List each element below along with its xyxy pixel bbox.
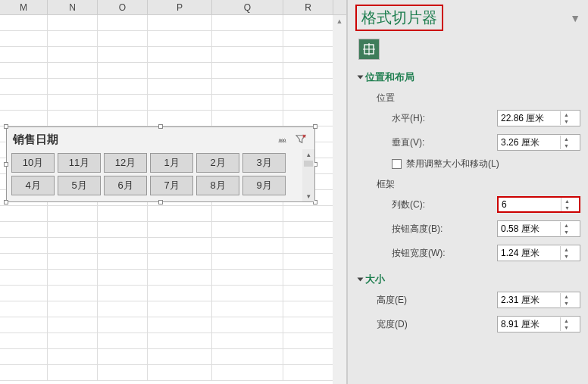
col-header[interactable]: R bbox=[283, 0, 333, 14]
btn-width-value[interactable] bbox=[498, 248, 560, 258]
field-label: 水平(H): bbox=[392, 112, 497, 125]
resize-handle[interactable] bbox=[4, 124, 8, 129]
sheet-scrollbar[interactable]: ▲ bbox=[333, 15, 346, 384]
columns-input[interactable]: ▲▼ bbox=[497, 196, 580, 213]
field-vertical: 垂直(V): ▲▼ bbox=[392, 132, 580, 153]
spinner[interactable]: ▲▼ bbox=[560, 136, 572, 149]
spinner[interactable]: ▲▼ bbox=[560, 293, 572, 307]
field-height: 高度(E) ▲▼ bbox=[377, 289, 580, 311]
slicer-item[interactable]: 8月 bbox=[196, 176, 239, 195]
btn-height-input[interactable]: ▲▼ bbox=[497, 220, 580, 237]
slicer-item[interactable]: 5月 bbox=[58, 176, 101, 195]
slicer-item[interactable]: 3月 bbox=[242, 153, 286, 173]
width-input[interactable]: ▲▼ bbox=[497, 316, 580, 332]
slicer-scrollbar[interactable]: ▴ ▾ bbox=[302, 149, 314, 201]
slicer-object[interactable]: 销售日期 ⅏ 10月 11月 12月 1月 2月 3月 4月 5月 6月 7月 … bbox=[6, 126, 315, 202]
slicer-item[interactable]: 2月 bbox=[196, 153, 239, 173]
col-header[interactable]: O bbox=[98, 0, 148, 14]
pane-menu-icon[interactable]: ▼ bbox=[570, 12, 580, 24]
slicer-item[interactable]: 7月 bbox=[150, 176, 193, 195]
section-label: 位置和布局 bbox=[365, 70, 414, 84]
slicer-body: 10月 11月 12月 1月 2月 3月 4月 5月 6月 7月 8月 9月 bbox=[7, 150, 314, 201]
slicer-item[interactable]: 6月 bbox=[104, 176, 147, 195]
field-columns: 列数(C): ▲▼ bbox=[392, 194, 580, 215]
field-label: 列数(C): bbox=[392, 198, 497, 211]
field-label: 宽度(D) bbox=[377, 318, 497, 331]
spreadsheet-area: M N O P Q R ▲ bbox=[0, 0, 347, 384]
clear-filter-icon[interactable] bbox=[293, 132, 308, 147]
resize-handle[interactable] bbox=[158, 124, 163, 129]
resize-handle[interactable] bbox=[158, 200, 163, 204]
pane-title: 格式切片器 bbox=[355, 5, 443, 31]
col-header[interactable]: N bbox=[48, 0, 98, 14]
size-properties-icon[interactable] bbox=[358, 39, 380, 60]
scroll-thumb[interactable] bbox=[304, 161, 313, 167]
slicer-item[interactable]: 1月 bbox=[150, 153, 193, 173]
group-position-label: 位置 bbox=[377, 92, 580, 105]
field-width: 宽度(D) ▲▼ bbox=[377, 314, 580, 335]
col-header[interactable]: Q bbox=[212, 0, 283, 14]
column-headers: M N O P Q R bbox=[0, 0, 346, 15]
slicer-item[interactable]: 4月 bbox=[11, 176, 55, 195]
vertical-value[interactable] bbox=[498, 137, 560, 148]
field-label: 按钮高度(B): bbox=[392, 223, 497, 236]
vertical-input[interactable]: ▲▼ bbox=[497, 134, 580, 151]
col-header[interactable]: P bbox=[148, 0, 212, 14]
field-btn-width: 按钮宽度(W): ▲▼ bbox=[392, 242, 580, 264]
spinner[interactable]: ▲▼ bbox=[561, 198, 573, 211]
btn-height-value[interactable] bbox=[498, 223, 560, 234]
resize-handle[interactable] bbox=[313, 124, 317, 129]
slicer-item[interactable]: 9月 bbox=[242, 176, 286, 195]
scroll-down-icon[interactable]: ▾ bbox=[303, 191, 314, 201]
spinner[interactable]: ▲▼ bbox=[560, 222, 572, 236]
height-value[interactable] bbox=[498, 295, 560, 305]
field-horizontal: 水平(H): ▲▼ bbox=[392, 108, 580, 129]
field-label: 按钮宽度(W): bbox=[392, 247, 497, 260]
slicer-item[interactable]: 11月 bbox=[58, 153, 101, 173]
section-size[interactable]: 大小 bbox=[358, 273, 580, 286]
columns-value[interactable] bbox=[499, 199, 561, 210]
spinner[interactable]: ▲▼ bbox=[560, 246, 572, 260]
scroll-up-icon[interactable]: ▴ bbox=[303, 149, 314, 160]
btn-width-input[interactable]: ▲▼ bbox=[497, 245, 580, 261]
multiselect-icon[interactable]: ⅏ bbox=[275, 132, 290, 147]
scroll-up-icon[interactable]: ▲ bbox=[333, 15, 346, 27]
field-label: 垂直(V): bbox=[392, 136, 497, 149]
section-position-layout[interactable]: 位置和布局 bbox=[358, 70, 580, 84]
format-pane: 格式切片器 ▼ 位置和布局 位置 水平(H): ▲▼ 垂直(V): ▲▼ bbox=[347, 0, 588, 384]
slicer-title: 销售日期 bbox=[13, 133, 272, 147]
spinner[interactable]: ▲▼ bbox=[560, 111, 572, 125]
spinner[interactable]: ▲▼ bbox=[560, 317, 572, 331]
section-label: 大小 bbox=[365, 273, 385, 286]
checkbox[interactable] bbox=[392, 159, 402, 169]
horizontal-input[interactable]: ▲▼ bbox=[497, 110, 580, 126]
collapse-icon bbox=[358, 76, 364, 80]
group-frame-label: 框架 bbox=[377, 178, 580, 191]
width-value[interactable] bbox=[498, 319, 560, 329]
collapse-icon bbox=[358, 278, 364, 282]
height-input[interactable]: ▲▼ bbox=[497, 292, 580, 308]
field-lock[interactable]: 禁用调整大小和移动(L) bbox=[392, 158, 580, 170]
slicer-item[interactable]: 10月 bbox=[11, 153, 55, 173]
slicer-header: 销售日期 ⅏ bbox=[7, 127, 314, 150]
slicer-item[interactable]: 12月 bbox=[104, 153, 147, 173]
field-label: 高度(E) bbox=[377, 294, 497, 307]
resize-handle[interactable] bbox=[4, 162, 8, 167]
col-header[interactable]: M bbox=[0, 0, 48, 14]
checkbox-label: 禁用调整大小和移动(L) bbox=[406, 158, 499, 170]
resize-handle[interactable] bbox=[4, 200, 8, 204]
horizontal-value[interactable] bbox=[498, 113, 560, 123]
slicer-container: 销售日期 ⅏ 10月 11月 12月 1月 2月 3月 4月 5月 6月 7月 … bbox=[6, 126, 315, 202]
field-btn-height: 按钮高度(B): ▲▼ bbox=[392, 218, 580, 239]
